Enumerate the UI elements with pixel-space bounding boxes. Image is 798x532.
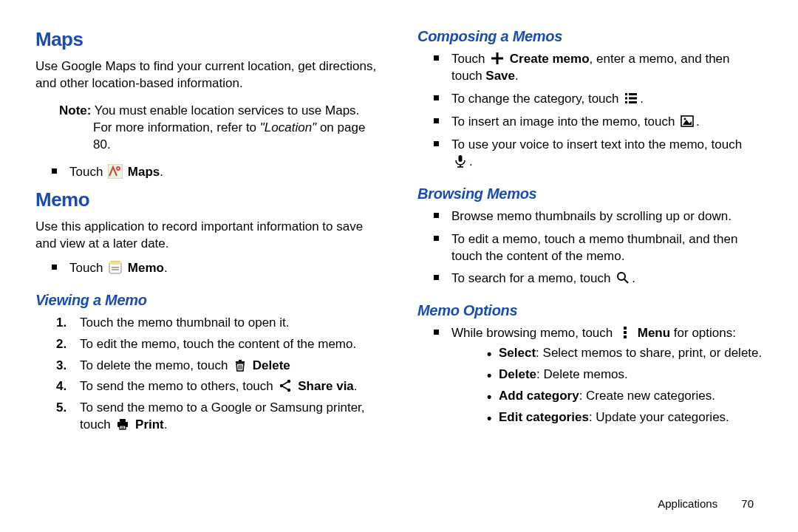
option-delete: Delete: Delete memos. (451, 366, 763, 383)
maps-note: Note: You must enable location services … (59, 103, 381, 154)
svg-rect-29 (629, 101, 637, 103)
svg-rect-8 (239, 360, 242, 361)
maps-icon (108, 164, 123, 179)
maps-touch-item: Touch Maps. (35, 164, 381, 181)
left-column: Maps Use Google Maps to find your curren… (35, 22, 381, 517)
svg-marker-31 (683, 120, 692, 125)
browsing-item-1: Browse memo thumbnails by scrolling up o… (417, 208, 763, 225)
browsing-item-2: To edit a memo, touch a memo thumbnail, … (417, 231, 763, 265)
browsing-item-3: To search for a memo, touch . (417, 270, 763, 287)
viewing-step-4: To send the memo to others, touch Share … (35, 378, 381, 395)
footer-page-number: 70 (741, 497, 754, 510)
svg-point-2 (117, 168, 119, 169)
svg-rect-4 (109, 262, 121, 265)
composing-item-2: To change the category, touch . (417, 91, 763, 108)
options-heading: Memo Options (417, 301, 763, 321)
maps-heading: Maps (35, 27, 381, 52)
viewing-step-2: To edit the memo, touch the content of t… (35, 336, 381, 353)
composing-item-3: To insert an image into the memo, touch … (417, 114, 763, 131)
composing-item-4: To use your voice to insert text into th… (417, 137, 763, 171)
mic-icon (453, 154, 468, 168)
svg-rect-39 (624, 331, 627, 334)
page-footer: Applications 70 (658, 497, 754, 511)
image-icon (680, 114, 695, 129)
footer-chapter: Applications (658, 497, 717, 510)
browsing-heading: Browsing Memos (417, 184, 763, 204)
svg-rect-38 (624, 327, 627, 330)
svg-rect-24 (625, 93, 627, 95)
viewing-memo-heading: Viewing a Memo (35, 290, 381, 310)
memo-icon (108, 260, 123, 275)
share-icon (278, 378, 293, 393)
memo-description: Use this application to record important… (35, 219, 381, 253)
svg-rect-18 (120, 419, 126, 422)
plus-icon (490, 51, 505, 66)
svg-line-15 (283, 382, 288, 385)
svg-line-16 (283, 386, 288, 389)
svg-rect-7 (236, 361, 245, 363)
svg-point-36 (618, 273, 625, 280)
svg-rect-33 (459, 155, 463, 162)
category-icon (624, 91, 638, 106)
maps-description: Use Google Maps to find your current loc… (35, 58, 381, 92)
svg-rect-28 (625, 101, 627, 103)
option-add-category: Add category: Create new categories. (451, 388, 763, 405)
menu-icon (618, 325, 632, 340)
option-edit-categories: Edit categories: Update your categories. (451, 409, 763, 426)
viewing-step-3: To delete the memo, touch Delete (35, 358, 381, 375)
svg-point-32 (684, 117, 686, 120)
print-icon (115, 417, 130, 432)
search-icon (615, 270, 630, 285)
svg-rect-40 (624, 335, 627, 338)
options-item-1: While browsing memo, touch Menu for opti… (417, 325, 763, 426)
option-select: Select: Select memos to share, print, or… (451, 345, 763, 362)
viewing-step-1: Touch the memo thumbnail to open it. (35, 315, 381, 332)
svg-rect-27 (629, 97, 637, 99)
right-column: Composing a Memos Touch Create memo, ent… (417, 22, 763, 517)
svg-line-37 (624, 279, 628, 283)
svg-rect-26 (625, 97, 627, 99)
svg-rect-25 (629, 93, 637, 95)
composing-item-1: Touch Create memo, enter a memo, and the… (417, 51, 763, 85)
memo-heading: Memo (35, 187, 381, 213)
delete-icon (233, 358, 248, 372)
memo-touch-item: Touch Memo. (35, 260, 381, 277)
composing-heading: Composing a Memos (417, 27, 763, 47)
viewing-step-5: To send the memo to a Google or Samsung … (35, 400, 381, 434)
